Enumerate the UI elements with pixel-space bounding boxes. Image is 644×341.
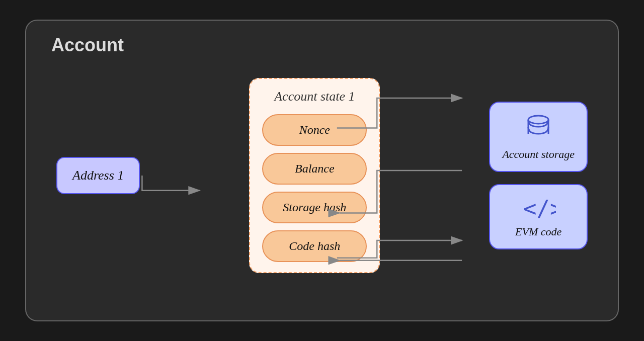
evm-code-box: </> EVM code bbox=[489, 184, 588, 249]
main-container: Account Address 1 Account state 1 bbox=[25, 20, 619, 321]
evm-code-label: EVM code bbox=[515, 225, 561, 238]
account-storage-box: Account storage bbox=[489, 102, 588, 172]
account-label: Account bbox=[51, 35, 124, 56]
account-state-box: Account state 1 Nonce Balance Storage ha… bbox=[249, 78, 380, 273]
field-code-hash: Code hash bbox=[262, 230, 367, 262]
right-boxes: Account storage </> EVM code bbox=[489, 102, 588, 249]
field-nonce: Nonce bbox=[262, 114, 367, 146]
field-balance: Balance bbox=[262, 153, 367, 185]
field-storage-hash: Storage hash bbox=[262, 192, 367, 223]
diagram-area: Address 1 Account state 1 Nonce Balance … bbox=[56, 78, 588, 273]
account-state-title: Account state 1 bbox=[262, 89, 367, 104]
svg-text:</>: </> bbox=[523, 196, 556, 220]
code-icon: </> bbox=[521, 195, 556, 220]
address-box: Address 1 bbox=[56, 157, 140, 194]
svg-point-2 bbox=[528, 116, 548, 124]
address-label: Address 1 bbox=[72, 168, 124, 183]
account-storage-label: Account storage bbox=[502, 148, 575, 161]
database-icon bbox=[523, 113, 553, 143]
